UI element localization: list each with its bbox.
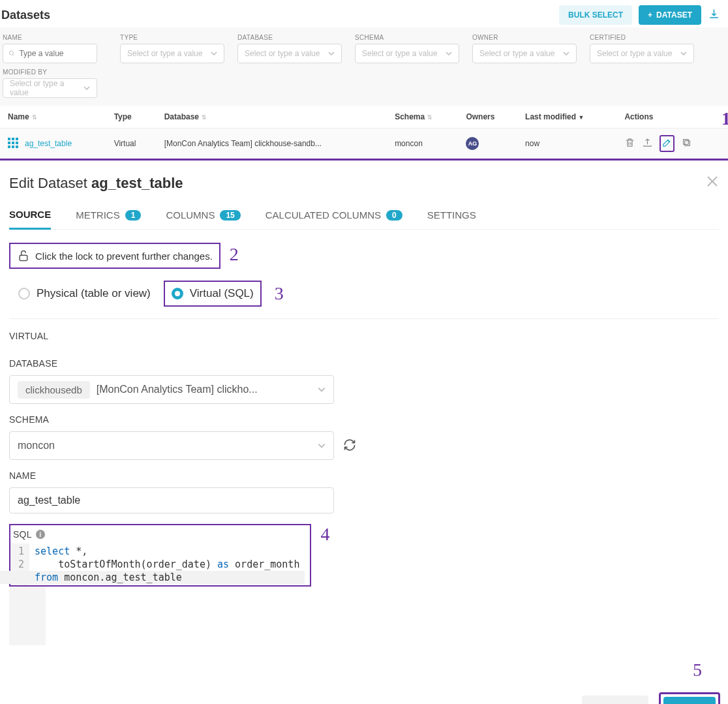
col-type: Type	[106, 106, 157, 129]
col-schema[interactable]: Schema⇅	[387, 106, 458, 129]
dataset-icon	[8, 138, 18, 150]
dataset-link[interactable]: ag_test_table	[25, 139, 72, 148]
filter-owner-placeholder: Select or type a value	[479, 49, 554, 58]
annotation-5: 5	[693, 660, 702, 681]
calc-count-badge: 0	[386, 210, 402, 221]
cancel-button[interactable]: CANCEL	[582, 696, 649, 704]
filter-schema-label: SCHEMA	[355, 34, 459, 41]
svg-rect-2	[8, 138, 10, 140]
tab-metrics[interactable]: METRICS1	[76, 201, 141, 229]
filter-database-label: DATABASE	[237, 34, 342, 41]
filter-type-select[interactable]: Select or type a value	[120, 44, 224, 63]
sql-editor-body[interactable]	[9, 587, 719, 645]
download-icon[interactable]	[708, 8, 720, 22]
col-database[interactable]: Database⇅	[157, 106, 387, 129]
chevron-down-icon	[563, 49, 569, 58]
radio-physical-label: Physical (table or view)	[37, 287, 151, 300]
sort-icon: ⇅	[202, 114, 207, 121]
filter-schema-placeholder: Select or type a value	[362, 49, 437, 58]
datasets-table: Name⇅ Type Database⇅ Schema⇅ Owners Last…	[0, 106, 728, 159]
tab-source[interactable]: SOURCE	[9, 201, 51, 230]
info-icon[interactable]: i	[36, 530, 45, 539]
export-icon[interactable]	[642, 137, 653, 150]
delete-icon[interactable]	[624, 137, 635, 150]
col-owners: Owners	[458, 106, 517, 129]
radio-unchecked-icon	[18, 288, 30, 299]
database-type-chip: clickhousedb	[18, 381, 90, 399]
filter-modifiedby-label: MODIFIED BY	[3, 69, 107, 76]
cell-last-modified: now	[517, 129, 616, 159]
database-select[interactable]: clickhousedb [MonCon Analytics Team] cli…	[9, 375, 334, 404]
svg-point-0	[9, 51, 13, 55]
filter-owner-select[interactable]: Select or type a value	[472, 44, 577, 63]
filter-certified-label: CERTIFIED	[590, 34, 694, 41]
sort-icon: ⇅	[32, 114, 37, 121]
filter-modifiedby-placeholder: Select or type a value	[10, 79, 78, 97]
schema-select[interactable]: moncon	[9, 431, 334, 460]
chevron-down-icon	[318, 384, 326, 395]
lock-toggle[interactable]: Click the lock to prevent further change…	[9, 243, 220, 269]
filters-bar: NAME TYPE Select or type a value DATABAS…	[0, 27, 728, 69]
chevron-down-icon	[318, 440, 326, 451]
filter-schema-select[interactable]: Select or type a value	[355, 44, 459, 63]
col-name[interactable]: Name⇅	[0, 106, 106, 129]
radio-virtual[interactable]: Virtual (SQL)	[164, 281, 262, 307]
table-row[interactable]: ag_test_table Virtual [MonCon Analytics …	[0, 129, 728, 159]
radio-virtual-label: Virtual (SQL)	[190, 287, 254, 300]
tab-columns[interactable]: COLUMNS15	[166, 201, 240, 229]
filter-owner-label: OWNER	[472, 34, 577, 41]
filter-name-input[interactable]	[3, 44, 97, 63]
filter-database-select[interactable]: Select or type a value	[237, 44, 342, 63]
radio-checked-icon	[172, 288, 183, 299]
add-dataset-button[interactable]: + DATASET	[639, 5, 701, 25]
cell-database: [MonCon Analytics Team] clickhouse-sandb…	[157, 129, 387, 159]
col-last-modified[interactable]: Last modified ▼	[517, 106, 616, 129]
sql-code[interactable]: select *, toStartOfMonth(order_date) as …	[29, 543, 305, 585]
tab-settings[interactable]: SETTINGS	[427, 201, 476, 229]
page-title: Datasets	[1, 8, 559, 22]
filter-modifiedby-select[interactable]: Select or type a value	[3, 78, 97, 98]
annotation-3: 3	[275, 283, 284, 304]
filter-certified-placeholder: Select or type a value	[597, 49, 672, 58]
filter-certified-select[interactable]: Select or type a value	[590, 44, 694, 63]
schema-field-label: SCHEMA	[9, 414, 719, 425]
virtual-section-label: VIRTUAL	[9, 331, 719, 341]
annotation-2: 2	[230, 244, 239, 265]
bulk-select-button[interactable]: BULK SELECT	[559, 5, 632, 25]
chevron-down-icon	[680, 49, 687, 58]
chevron-down-icon	[328, 49, 335, 58]
copy-icon[interactable]	[681, 137, 692, 150]
edit-icon[interactable]	[660, 135, 675, 152]
modal-tabs: SOURCE METRICS1 COLUMNS15 CALCULATED COL…	[9, 201, 719, 230]
tab-calc-columns[interactable]: CALCULATED COLUMNS0	[265, 201, 402, 229]
sql-editor[interactable]: 123 select *, toStartOfMonth(order_date)…	[10, 543, 305, 585]
filter-name-label: NAME	[3, 34, 107, 41]
filter-type-label: TYPE	[120, 34, 224, 41]
close-icon[interactable]	[706, 175, 719, 192]
svg-rect-9	[12, 145, 14, 148]
refresh-icon[interactable]	[343, 438, 356, 453]
col-actions: Actions	[624, 112, 653, 121]
chevron-down-icon	[211, 49, 217, 58]
modal-footer: CANCEL SAVE	[0, 681, 728, 704]
svg-rect-13	[685, 141, 690, 146]
lock-message: Click the lock to prevent further change…	[35, 251, 213, 262]
save-button[interactable]: SAVE	[663, 697, 716, 704]
svg-rect-6	[12, 142, 14, 144]
svg-rect-17	[20, 255, 27, 260]
metrics-count-badge: 1	[125, 210, 142, 221]
columns-count-badge: 15	[220, 210, 240, 221]
filter-name-field[interactable]	[19, 49, 91, 58]
svg-rect-10	[16, 145, 18, 148]
sort-icon: ⇅	[427, 114, 432, 121]
modal-title: Edit Dataset ag_test_table	[9, 175, 706, 192]
radio-physical[interactable]: Physical (table or view)	[18, 287, 151, 300]
schema-value: moncon	[18, 440, 55, 451]
annotation-4: 4	[320, 524, 329, 545]
svg-rect-7	[16, 142, 18, 144]
owner-avatar: AG	[466, 137, 479, 150]
search-icon	[8, 50, 15, 57]
name-input[interactable]	[9, 487, 334, 513]
annotation-1: 1	[721, 108, 728, 129]
chevron-down-icon	[446, 49, 452, 58]
